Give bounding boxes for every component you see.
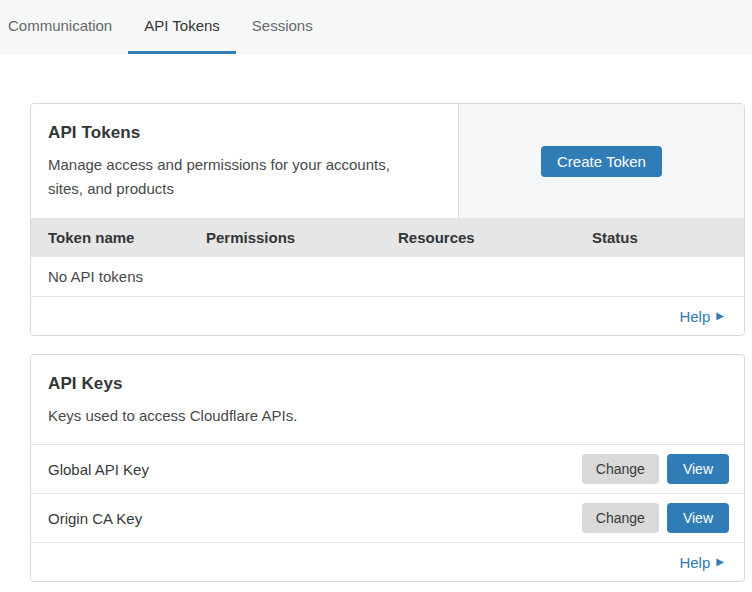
api-key-actions: Change View [582,454,729,484]
help-link-label: Help [679,308,710,325]
api-tokens-card-header-text: API Tokens Manage access and permissions… [31,104,458,218]
api-key-label: Global API Key [48,461,582,478]
api-tokens-card-footer: Help ▶ [31,297,744,335]
tokens-table-header: Token name Permissions Resources Status [31,218,744,257]
api-tokens-card-header: API Tokens Manage access and permissions… [31,104,744,218]
create-token-panel: Create Token [458,104,744,218]
api-tokens-card-title: API Tokens [48,123,441,143]
tab-api-tokens[interactable]: API Tokens [128,0,236,54]
api-keys-card-footer: Help ▶ [31,543,744,581]
tab-communication[interactable]: Communication [0,0,128,54]
api-keys-card-title: API Keys [48,374,727,394]
api-tokens-help-link[interactable]: Help ▶ [679,308,724,325]
api-key-row-global: Global API Key Change View [31,445,744,494]
column-header-resources: Resources [398,229,592,246]
api-keys-help-link[interactable]: Help ▶ [679,554,724,571]
help-link-label: Help [679,554,710,571]
api-keys-card-header: API Keys Keys used to access Cloudflare … [31,355,744,445]
tab-sessions[interactable]: Sessions [236,0,329,54]
api-key-actions: Change View [582,503,729,533]
api-key-row-origin-ca: Origin CA Key Change View [31,494,744,543]
api-tokens-card-description: Manage access and permissions for your a… [48,153,428,201]
help-arrow-icon: ▶ [716,557,724,567]
tokens-empty-message: No API tokens [48,268,143,285]
api-tokens-card: API Tokens Manage access and permissions… [30,103,745,336]
api-keys-card: API Keys Keys used to access Cloudflare … [30,354,745,582]
tokens-empty-row: No API tokens [31,257,744,297]
change-global-api-key-button[interactable]: Change [582,454,659,484]
api-key-label: Origin CA Key [48,510,582,527]
view-global-api-key-button[interactable]: View [667,454,729,484]
view-origin-ca-key-button[interactable]: View [667,503,729,533]
column-header-status: Status [592,229,727,246]
tab-bar: Communication API Tokens Sessions [0,0,752,54]
api-keys-card-description: Keys used to access Cloudflare APIs. [48,404,428,428]
create-token-button[interactable]: Create Token [541,146,662,177]
column-header-token-name: Token name [48,229,206,246]
help-arrow-icon: ▶ [716,311,724,321]
change-origin-ca-key-button[interactable]: Change [582,503,659,533]
column-header-permissions: Permissions [206,229,398,246]
